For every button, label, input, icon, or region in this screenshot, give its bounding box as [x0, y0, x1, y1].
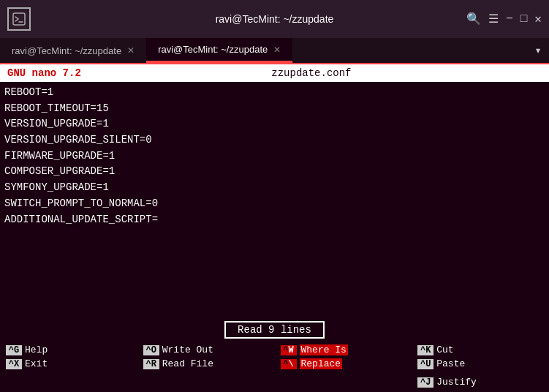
shortcut-label-whereis: Where Is	[300, 344, 348, 355]
tab-1-close[interactable]: ✕	[127, 45, 135, 56]
filename-label: zzupdate.conf	[81, 67, 542, 79]
minimize-button[interactable]: −	[506, 12, 513, 26]
editor-content[interactable]: REBOOT=1 REBOOT_TIMEOUT=15 VERSION_UPGRA…	[0, 82, 549, 301]
line-1: REBOOT=1	[4, 85, 545, 101]
nano-header: GNU nano 7.2 zzupdate.conf	[0, 64, 549, 82]
shortcut-label-replace: Replace	[300, 358, 343, 369]
titlebar: ravi@TecMint: ~/zzupdate 🔍 ☰ − □ ✕	[0, 0, 549, 38]
terminal-icon	[7, 7, 31, 31]
shortcut-help[interactable]: ^G Help	[0, 343, 137, 357]
shortcut-key-cut: ^K	[417, 345, 433, 355]
shortcut-placeholder	[275, 375, 412, 389]
line-7: SYMFONY_UPGRADE=1	[4, 180, 545, 196]
line-8: SWITCH_PROMPT_TO_NORMAL=0	[4, 196, 545, 212]
line-4: VERSION_UPGRADE_SILENT=0	[4, 132, 545, 148]
tabbar: ravi@TecMint: ~/zzupdate ✕ ravi@TecMint:…	[0, 38, 549, 64]
shortcuts-bar-extra: ^J Justify	[0, 374, 549, 392]
status-area: Read 9 lines	[0, 318, 549, 342]
shortcut-key-help: ^G	[6, 345, 22, 355]
close-button[interactable]: ✕	[534, 12, 542, 26]
shortcut-label-exit: Exit	[25, 358, 48, 369]
shortcut-key-writeout: ^O	[143, 345, 159, 355]
editor-empty-space	[0, 301, 549, 318]
shortcut-key-exit: ^X	[6, 359, 22, 369]
shortcuts-bar: ^G Help ^O Write Out ^W Where Is ^K Cut …	[0, 342, 549, 374]
tab-2-label: ravi@TecMint: ~/zzupdate	[158, 44, 268, 55]
shortcut-cut[interactable]: ^K Cut	[412, 343, 549, 357]
shortcut-justify[interactable]: ^J Justify	[412, 375, 549, 389]
line-5: FIRMWARE_UPGRADE=1	[4, 148, 545, 165]
main-container: GNU nano 7.2 zzupdate.conf REBOOT=1 REBO…	[0, 64, 549, 392]
window-controls: 🔍 ☰ − □ ✕	[466, 12, 542, 26]
shortcut-writeout[interactable]: ^O Write Out	[137, 343, 275, 357]
shortcut-label-help: Help	[25, 344, 48, 355]
tab-1[interactable]: ravi@TecMint: ~/zzupdate ✕	[0, 38, 146, 63]
shortcut-key-replace: ^\	[281, 359, 297, 369]
line-6: COMPOSER_UPGRADE=1	[4, 164, 545, 180]
shortcut-key-whereis: ^W	[281, 345, 297, 355]
shortcut-label-writeout: Write Out	[162, 344, 213, 355]
tab-2[interactable]: ravi@TecMint: ~/zzupdate ✕	[146, 38, 292, 63]
shortcut-label-paste: Paste	[436, 358, 465, 369]
shortcut-exit[interactable]: ^X Exit	[0, 357, 137, 371]
tab-dropdown[interactable]: ▾	[527, 38, 549, 63]
line-2: REBOOT_TIMEOUT=15	[4, 101, 545, 117]
window-title: ravi@TecMint: ~/zzupdate	[216, 13, 334, 25]
shortcut-whereis[interactable]: ^W Where Is	[275, 343, 412, 357]
shortcut-label-cut: Cut	[436, 344, 453, 355]
tab-1-label: ravi@TecMint: ~/zzupdate	[12, 45, 121, 56]
search-icon[interactable]: 🔍	[466, 12, 481, 26]
titlebar-left	[7, 7, 31, 31]
tab-2-close[interactable]: ✕	[273, 45, 281, 55]
line-3: VERSION_UPGRADE=1	[4, 116, 545, 132]
shortcut-execute[interactable]	[0, 375, 137, 389]
shortcut-paste[interactable]: ^U Paste	[412, 357, 549, 371]
line-9: ADDITIONAL_UPDATE_SCRIPT=	[4, 212, 545, 228]
shortcut-replace[interactable]: ^\ Replace	[275, 357, 412, 371]
shortcut-execute2[interactable]	[137, 375, 275, 389]
shortcut-label-justify: Justify	[436, 377, 477, 388]
menu-icon[interactable]: ☰	[488, 12, 499, 26]
maximize-button[interactable]: □	[520, 12, 528, 26]
gnu-nano-label: GNU nano 7.2	[7, 67, 81, 79]
shortcut-key-justify: ^J	[417, 377, 433, 388]
shortcut-label-readfile: Read File	[162, 358, 213, 369]
shortcut-readfile[interactable]: ^R Read File	[137, 357, 275, 371]
read-lines-box: Read 9 lines	[224, 321, 325, 339]
shortcut-key-paste: ^U	[417, 359, 433, 369]
shortcut-key-readfile: ^R	[143, 359, 159, 369]
